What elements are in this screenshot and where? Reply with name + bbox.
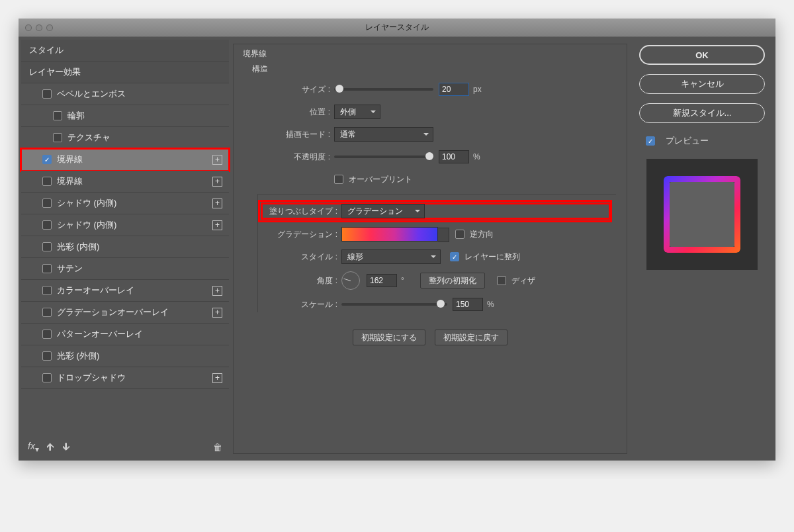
effect-checkbox[interactable] xyxy=(42,308,52,317)
sidebar-item[interactable]: パターンオーバーレイ xyxy=(21,324,229,345)
sidebar-effects-header[interactable]: レイヤー効果 xyxy=(21,62,229,83)
effect-checkbox[interactable] xyxy=(42,264,52,273)
sidebar-item-label: シャドウ (内側) xyxy=(57,219,116,231)
sidebar-item-label: 境界線 xyxy=(57,154,83,165)
layer-style-dialog: レイヤースタイル スタイル レイヤー効果 ベベルとエンボス輪郭テクスチャ✓境界線… xyxy=(19,19,775,461)
dither-label: ディザ xyxy=(511,275,535,287)
gradient-label: グラデーション : xyxy=(262,229,341,240)
size-input[interactable] xyxy=(439,83,469,96)
effect-checkbox[interactable] xyxy=(42,177,52,186)
ok-button[interactable]: OK xyxy=(639,45,765,65)
sidebar-item[interactable]: テクスチャ xyxy=(21,127,229,149)
filltype-label: 塗りつぶしタイプ : xyxy=(262,206,341,217)
add-effect-icon[interactable]: + xyxy=(212,373,222,383)
sidebar-item-label: テクスチャ xyxy=(67,132,110,144)
right-panel: OK キャンセル 新規スタイル... ✓ プレビュー xyxy=(631,40,773,458)
trash-icon[interactable]: 🗑 xyxy=(213,442,222,453)
blend-mode-dropdown[interactable]: 通常 xyxy=(334,127,433,142)
size-slider[interactable] xyxy=(334,88,433,91)
scale-input[interactable] xyxy=(453,298,483,311)
sidebar-footer: fx▾ 🡩 🡫 🗑 xyxy=(21,437,229,458)
sidebar-item-label: カラーオーバーレイ xyxy=(57,285,134,296)
cancel-button[interactable]: キャンセル xyxy=(639,74,765,94)
effect-checkbox[interactable] xyxy=(42,89,52,99)
effect-checkbox[interactable] xyxy=(42,373,52,382)
sidebar-item-label: サテン xyxy=(57,263,83,275)
add-effect-icon[interactable]: + xyxy=(212,199,222,208)
sidebar-item[interactable]: シャドウ (内側)+ xyxy=(21,214,229,236)
add-effect-icon[interactable]: + xyxy=(212,286,222,296)
gradient-style-label: スタイル : xyxy=(262,251,341,263)
effect-checkbox[interactable] xyxy=(53,133,62,142)
sidebar-item-label: パターンオーバーレイ xyxy=(57,328,143,340)
sidebar-item[interactable]: ✓境界線+ xyxy=(21,149,229,171)
sidebar-item-label: シャドウ (内側) xyxy=(57,197,116,209)
move-down-icon[interactable]: 🡫 xyxy=(62,442,71,453)
position-dropdown[interactable]: 外側 xyxy=(334,105,380,119)
sidebar-item[interactable]: カラーオーバーレイ+ xyxy=(21,280,229,302)
opacity-slider[interactable] xyxy=(334,155,433,158)
dialog-title: レイヤースタイル xyxy=(365,22,429,33)
preview-label: プレビュー xyxy=(666,135,709,147)
sidebar-item-label: グラデーションオーバーレイ xyxy=(57,306,169,318)
sidebar-styles-header[interactable]: スタイル xyxy=(21,40,229,62)
add-effect-icon[interactable]: + xyxy=(212,308,222,318)
gradient-style-dropdown[interactable]: 線形 xyxy=(341,249,441,264)
effect-checkbox[interactable] xyxy=(42,220,52,230)
effect-checkbox[interactable] xyxy=(42,242,52,251)
effect-checkbox[interactable] xyxy=(42,199,52,208)
new-style-button[interactable]: 新規スタイル... xyxy=(639,103,765,123)
reset-alignment-button[interactable]: 整列の初期化 xyxy=(420,273,485,288)
angle-dial[interactable] xyxy=(341,271,360,290)
move-up-icon[interactable]: 🡩 xyxy=(46,442,55,453)
sidebar-item[interactable]: 光彩 (内側) xyxy=(21,236,229,258)
fx-icon[interactable]: fx▾ xyxy=(28,441,39,454)
position-label: 位置 : xyxy=(244,107,334,118)
add-effect-icon[interactable]: + xyxy=(212,220,222,230)
effects-sidebar: スタイル レイヤー効果 ベベルとエンボス輪郭テクスチャ✓境界線+境界線+シャドウ… xyxy=(21,40,229,458)
reverse-label: 逆方向 xyxy=(470,229,494,240)
window-controls[interactable] xyxy=(25,24,53,31)
sidebar-item[interactable]: 輪郭 xyxy=(21,105,229,127)
sidebar-item[interactable]: ベベルとエンボス xyxy=(21,83,229,105)
make-default-button[interactable]: 初期設定にする xyxy=(353,330,425,345)
reverse-checkbox[interactable] xyxy=(455,230,464,239)
add-effect-icon[interactable]: + xyxy=(212,177,222,187)
sidebar-item[interactable]: グラデーションオーバーレイ+ xyxy=(21,302,229,324)
overprint-checkbox[interactable] xyxy=(334,175,343,184)
settings-panel: 境界線 構造 サイズ : px 位置 : 外側 描画モード : 通常 不透明度 … xyxy=(233,44,627,454)
effect-checkbox[interactable]: ✓ xyxy=(42,155,52,164)
sidebar-item-label: 光彩 (外側) xyxy=(57,350,99,362)
opacity-input[interactable] xyxy=(439,150,469,163)
opacity-label: 不透明度 : xyxy=(244,152,334,163)
overprint-label: オーバープリント xyxy=(349,174,412,185)
sidebar-item[interactable]: 境界線+ xyxy=(21,171,229,193)
angle-input[interactable] xyxy=(367,274,397,287)
sidebar-item-label: 輪郭 xyxy=(67,110,85,122)
add-effect-icon[interactable]: + xyxy=(212,155,222,165)
gradient-swatch[interactable] xyxy=(341,227,438,242)
titlebar: レイヤースタイル xyxy=(19,19,775,37)
effect-checkbox[interactable] xyxy=(42,286,52,295)
sidebar-item[interactable]: 光彩 (外側) xyxy=(21,345,229,367)
dither-checkbox[interactable] xyxy=(497,276,506,285)
sidebar-item[interactable]: シャドウ (内側)+ xyxy=(21,193,229,214)
reset-default-button[interactable]: 初期設定に戻す xyxy=(435,330,507,345)
sidebar-item-label: ベベルとエンボス xyxy=(57,88,126,100)
filltype-dropdown[interactable]: グラデーション xyxy=(341,204,425,218)
align-layer-checkbox[interactable]: ✓ xyxy=(450,252,459,261)
blend-mode-label: 描画モード : xyxy=(244,129,334,140)
angle-label: 角度 : xyxy=(262,275,341,287)
effect-checkbox[interactable] xyxy=(53,111,62,120)
scale-slider[interactable] xyxy=(341,303,447,306)
effect-checkbox[interactable] xyxy=(42,351,52,361)
preview-thumbnail xyxy=(646,159,758,270)
preview-checkbox[interactable]: ✓ xyxy=(646,136,655,146)
sidebar-item-label: ドロップシャドウ xyxy=(57,372,126,384)
sidebar-item[interactable]: ドロップシャドウ+ xyxy=(21,367,229,389)
sidebar-item-label: 境界線 xyxy=(57,175,83,187)
group-title: 境界線 xyxy=(240,49,269,58)
effect-checkbox[interactable] xyxy=(42,330,52,339)
sidebar-item[interactable]: サテン xyxy=(21,258,229,280)
structure-title: 構造 xyxy=(252,64,616,75)
